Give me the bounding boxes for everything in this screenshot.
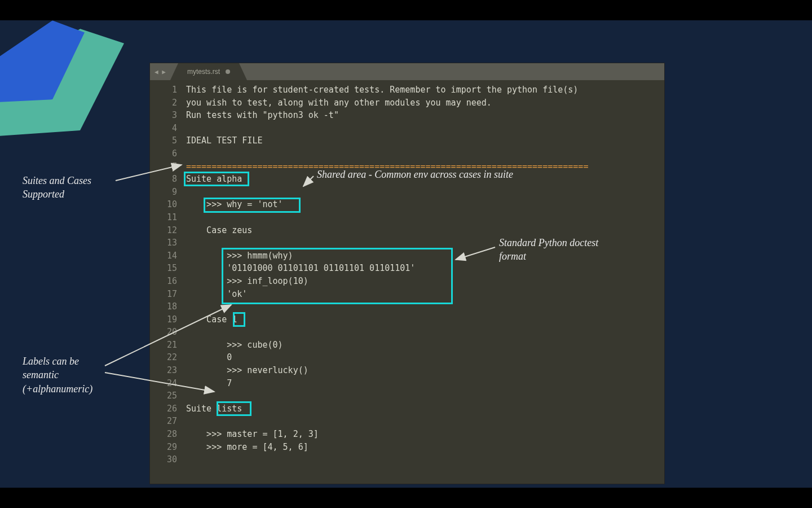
tab-mytests[interactable]: mytests.rst — [178, 63, 239, 80]
code-editor-window: ◀ ▶ mytests.rst 1 2 3 4 5 6 7 8 9 10 11 … — [150, 63, 664, 484]
annotation-labels: Labels can besemantic(+alphanumeric) — [23, 354, 135, 396]
code-area: 1 2 3 4 5 6 7 8 9 10 11 12 13 14 15 16 1… — [150, 80, 664, 484]
nav-arrows-icon[interactable]: ◀ ▶ — [150, 63, 170, 80]
annotation-shared-area: Shared area - Common env across cases in… — [317, 168, 599, 181]
line-number-gutter: 1 2 3 4 5 6 7 8 9 10 11 12 13 14 15 16 1… — [150, 80, 183, 484]
tab-modified-dot-icon — [226, 69, 230, 74]
annotation-suites-cases: Suites and CasesSupported — [23, 174, 135, 202]
code-content[interactable]: This file is for student-created tests. … — [183, 80, 664, 484]
tab-bar: ◀ ▶ mytests.rst — [150, 63, 664, 80]
tab-filename: mytests.rst — [187, 68, 220, 76]
annotation-doctest: Standard Python doctestformat — [499, 236, 646, 264]
